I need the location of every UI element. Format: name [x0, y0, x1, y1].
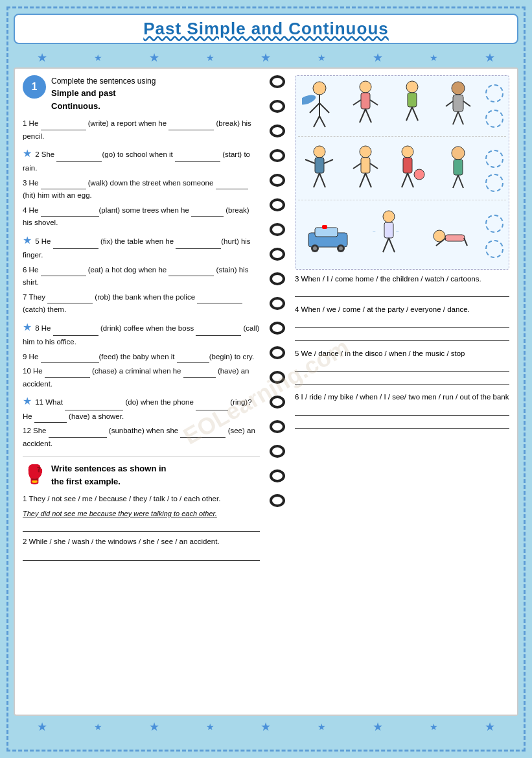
right-exercises: 3 When / I / come home / the children / …	[295, 273, 509, 429]
section2: 🥊 Write sentences as shown in the first …	[23, 456, 260, 561]
svg-point-29	[360, 146, 371, 158]
right-exercise-5: 5 We / dance / in the disco / when / the…	[295, 348, 509, 385]
right-answer-line-5b[interactable]	[295, 374, 509, 385]
spiral-9	[270, 272, 285, 285]
right-exercise-3: 3 When / I / come home / the children / …	[295, 273, 509, 297]
svg-line-60	[464, 238, 467, 246]
blank-12b[interactable]	[180, 429, 226, 438]
sentence-7: 7 They (rob) the bank when the police (c…	[23, 291, 260, 316]
blank-10b[interactable]	[183, 369, 216, 378]
right-answer-line-4b[interactable]	[295, 331, 509, 341]
bot-star-1: ★	[37, 720, 47, 734]
blank-4a[interactable]	[41, 207, 99, 217]
blank-9a[interactable]	[41, 354, 99, 363]
sentence-10: 10 He (chase) a criminal when he (have) …	[23, 365, 260, 390]
sentence-5: ★ 5 He (fix) the table when he (hurt) hi…	[23, 231, 260, 262]
right-answer-line-5a[interactable]	[295, 361, 509, 372]
page-title: Past Simple and Continuous	[21, 19, 511, 39]
star-6: ★	[318, 53, 326, 63]
svg-line-22	[463, 101, 470, 106]
right-answer-line-3[interactable]	[295, 287, 509, 297]
blank-8a[interactable]	[53, 327, 98, 336]
svg-line-34	[370, 163, 378, 169]
blank-5a[interactable]	[53, 240, 98, 249]
sentence-9: 9 He (feed) the baby when it (begin) to …	[23, 351, 260, 364]
svg-line-42	[453, 175, 458, 188]
bot-star-6: ★	[318, 722, 326, 732]
bot-star-2: ★	[94, 722, 102, 732]
cartoon-figure-8	[437, 145, 480, 197]
bot-star-8: ★	[430, 722, 438, 732]
svg-rect-36	[403, 158, 412, 173]
right-exercise-3-text: 3 When / I / come home / the children / …	[295, 273, 509, 285]
svg-rect-41	[454, 160, 463, 175]
svg-rect-8	[361, 93, 370, 109]
svg-rect-30	[361, 158, 370, 173]
blank-4b[interactable]	[191, 207, 224, 217]
svg-line-20	[458, 112, 463, 124]
answer-line-2a[interactable]	[23, 521, 260, 532]
right-answer-line-4a[interactable]	[295, 318, 509, 328]
title-bar: Past Simple and Continuous	[14, 14, 518, 44]
blank-11c[interactable]	[34, 414, 67, 423]
blank-11b[interactable]	[196, 401, 228, 410]
blank-7b[interactable]	[197, 294, 242, 303]
svg-line-26	[319, 173, 325, 187]
blank-7a[interactable]	[47, 294, 93, 303]
svg-line-3	[319, 103, 329, 113]
spiral-10	[270, 297, 285, 310]
svg-point-40	[452, 147, 465, 160]
spiral-11	[270, 322, 285, 335]
section1-icon: 1	[23, 75, 46, 99]
svg-line-32	[365, 173, 371, 187]
cartoon-figure-4	[437, 78, 480, 134]
dashed-circle-5	[485, 215, 503, 233]
svg-line-5	[319, 116, 325, 127]
answer-line-2b[interactable]	[23, 551, 260, 561]
right-answer-line-6a[interactable]	[295, 405, 509, 416]
blank-12a[interactable]	[49, 429, 107, 438]
blank-9b[interactable]	[177, 354, 209, 363]
sentence-12: 12 She (sunbathe) when she (see) an acci…	[23, 425, 260, 450]
svg-point-23	[314, 146, 325, 158]
right-answer-line-6b[interactable]	[295, 418, 509, 429]
right-exercise-6-text: 6 I / ride / my bike / when / I / see/ t…	[295, 391, 509, 403]
blank-3a[interactable]	[41, 180, 86, 189]
sentence-3: 3 He (walk) down the street when someone…	[23, 177, 260, 202]
section1-title: Complete the sentences using Simple and …	[51, 75, 156, 112]
blank-6a[interactable]	[41, 267, 86, 276]
spiral-3	[270, 124, 285, 137]
dashed-circle-6	[485, 240, 503, 258]
blank-3b[interactable]	[216, 180, 248, 189]
svg-line-12	[370, 100, 378, 105]
svg-line-4	[314, 116, 319, 127]
blank-11a[interactable]	[65, 401, 123, 410]
svg-text:~: ~	[396, 228, 399, 234]
svg-line-53	[383, 238, 389, 252]
star-bullet-2: ★	[23, 148, 32, 159]
blank-6b[interactable]	[168, 267, 214, 276]
cartoon-figure-7	[391, 145, 434, 197]
spiral-2	[270, 100, 285, 113]
spiral-8	[270, 248, 285, 261]
spiral-16	[270, 445, 285, 458]
dashed-circle-3	[485, 150, 503, 168]
section2-item1-answer: They did not see me because they were ta…	[23, 508, 260, 520]
spiral-6	[270, 198, 285, 211]
right-exercise-4: 4 When / we / come / at the party / ever…	[295, 303, 509, 340]
blank-1b[interactable]	[168, 121, 214, 130]
blank-5b[interactable]	[176, 240, 221, 249]
dashed-circle-1	[485, 84, 503, 102]
spiral-7	[270, 223, 285, 236]
blank-8b[interactable]	[196, 327, 241, 336]
blank-10a[interactable]	[45, 369, 90, 378]
blank-2a[interactable]	[56, 153, 102, 162]
sentence-2: ★ 2 She (go) to school when it (start) t…	[23, 145, 260, 175]
svg-line-15	[406, 107, 412, 121]
svg-rect-24	[315, 158, 324, 173]
blank-2b[interactable]	[175, 153, 220, 162]
blank-1a[interactable]	[41, 121, 86, 130]
svg-line-10	[365, 109, 371, 123]
spiral-5	[270, 174, 285, 187]
spiral-15	[270, 420, 285, 433]
